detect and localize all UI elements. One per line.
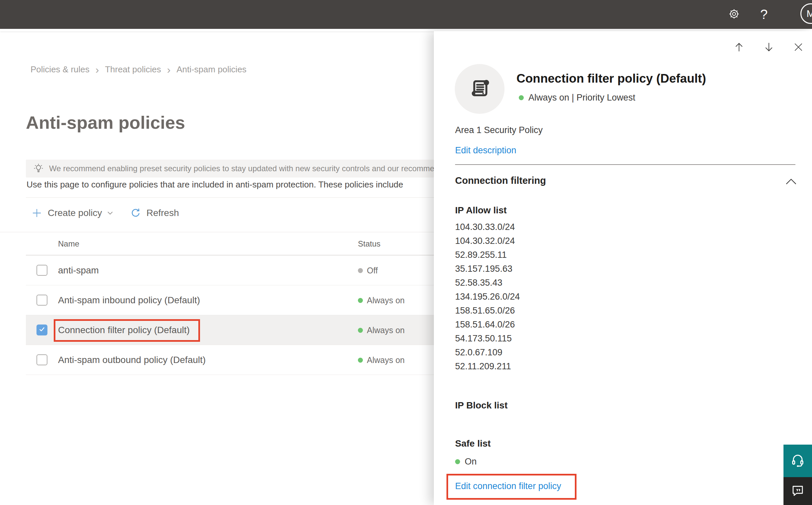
table-row[interactable]: Anti-spam inbound policy (Default) Alway… [26, 285, 434, 315]
status-label: Always on [367, 326, 405, 335]
ip-block-list-title: IP Block list [455, 400, 508, 411]
page-title: Anti-spam policies [26, 112, 185, 133]
table-row[interactable]: anti-spam Off [26, 256, 434, 285]
status-label: Always on [367, 296, 405, 305]
feedback-icon [791, 483, 805, 499]
panel-status-text: Always on | Priority Lowest [529, 93, 635, 103]
row-checkbox-checked[interactable] [36, 325, 47, 335]
section-title-connection-filtering: Connection filtering [455, 175, 546, 186]
column-header-status[interactable]: Status [358, 232, 381, 256]
status-label: Off [367, 266, 378, 276]
row-checkbox[interactable] [36, 265, 47, 276]
ip-entry: 52.11.209.211 [455, 359, 520, 373]
banner-text: We recommend enabling preset security po… [49, 164, 434, 173]
command-bar: Create policy Refresh [31, 205, 179, 221]
refresh-button[interactable]: Refresh [114, 208, 179, 218]
refresh-label: Refresh [146, 208, 179, 218]
panel-title: Connection filter policy (Default) [517, 72, 798, 86]
feedback-widget[interactable] [784, 477, 812, 505]
highlight-box-selected-policy [54, 319, 200, 342]
status-dot [358, 358, 363, 363]
ip-entry: 52.58.35.43 [455, 276, 520, 290]
ip-entry: 134.195.26.0/24 [455, 290, 520, 304]
status-label: Always on [367, 355, 405, 365]
settings-button[interactable] [719, 0, 749, 29]
help-icon: ? [760, 7, 768, 22]
close-button[interactable] [791, 40, 805, 55]
ip-allow-list: 104.30.33.0/24 104.30.32.0/24 52.89.255.… [455, 220, 520, 373]
create-policy-label: Create policy [48, 208, 102, 218]
column-header-name[interactable]: Name [58, 232, 79, 256]
table-header: Name Status [26, 232, 434, 256]
support-widget[interactable] [784, 445, 812, 477]
intro-text: Use this page to configure policies that… [26, 179, 434, 190]
policy-details-panel: Connection filter policy (Default) Alway… [434, 31, 812, 505]
checkmark-icon [38, 326, 45, 334]
status-cell: Always on [358, 285, 405, 315]
ip-entry: 35.157.195.63 [455, 262, 520, 276]
ip-entry: 52.0.67.109 [455, 345, 520, 359]
chevron-right-icon: › [95, 65, 99, 74]
ip-entry: 104.30.33.0/24 [455, 220, 520, 234]
app-root: ? M Policies & rules › Threat policies ›… [0, 0, 812, 505]
policy-table: Name Status anti-spam Off Anti-spam inbo… [26, 232, 434, 375]
close-icon [793, 41, 804, 54]
highlight-box-edit-link [446, 474, 577, 500]
chevron-right-icon: › [167, 65, 171, 74]
avatar-initial: M [807, 8, 812, 19]
status-cell: Always on [358, 315, 405, 345]
status-dot [358, 328, 363, 333]
policy-name[interactable]: Anti-spam outbound policy (Default) [58, 345, 206, 375]
policy-description: Area 1 Security Policy [455, 125, 543, 135]
status-dot [519, 95, 524, 100]
status-dot [358, 298, 363, 303]
ip-entry: 104.30.32.0/24 [455, 234, 520, 248]
refresh-icon [130, 208, 141, 218]
panel-status-line: Always on | Priority Lowest [519, 93, 635, 103]
status-cell: Off [358, 256, 378, 285]
safe-list-status: On [455, 457, 477, 467]
plus-icon [31, 207, 42, 219]
move-down-button[interactable] [762, 40, 776, 56]
gear-icon [728, 8, 740, 21]
row-checkbox[interactable] [36, 354, 47, 365]
breadcrumb: Policies & rules › Threat policies › Ant… [30, 64, 246, 75]
status-cell: Always on [358, 345, 405, 375]
policy-icon-circle [455, 64, 504, 114]
divider [455, 164, 795, 165]
chevron-up-icon[interactable] [784, 177, 798, 188]
breadcrumb-policies-rules[interactable]: Policies & rules [30, 64, 89, 75]
arrow-down-icon [763, 41, 775, 54]
panel-controls [732, 40, 805, 56]
headset-icon [790, 453, 805, 469]
row-checkbox[interactable] [36, 295, 47, 306]
divider [26, 197, 434, 198]
status-dot [358, 268, 363, 273]
policy-name[interactable]: Anti-spam inbound policy (Default) [58, 285, 200, 315]
safe-list-title: Safe list [455, 438, 490, 449]
breadcrumb-threat-policies[interactable]: Threat policies [105, 64, 161, 75]
create-policy-button[interactable]: Create policy [31, 207, 114, 219]
lightbulb-icon [33, 163, 44, 174]
safe-list-status-label: On [465, 457, 477, 467]
topbar-shadow [0, 29, 812, 31]
top-bar: ? M [0, 0, 812, 29]
ip-entry: 54.173.50.115 [455, 331, 520, 345]
chevron-down-icon [107, 209, 114, 217]
arrow-up-icon [733, 41, 745, 54]
recommendation-banner: We recommend enabling preset security po… [26, 160, 434, 177]
breadcrumb-anti-spam-policies[interactable]: Anti-spam policies [177, 64, 246, 75]
table-row[interactable]: Anti-spam outbound policy (Default) Alwa… [26, 345, 434, 375]
help-button[interactable]: ? [749, 0, 779, 29]
policy-name[interactable]: anti-spam [58, 256, 99, 285]
main-content: Policies & rules › Threat policies › Ant… [0, 31, 434, 505]
move-up-button[interactable] [732, 40, 746, 56]
scroll-icon [467, 75, 492, 103]
edit-description-link[interactable]: Edit description [455, 145, 517, 156]
ip-entry: 158.51.65.0/26 [455, 304, 520, 318]
status-dot [455, 459, 460, 464]
ip-entry: 52.89.255.11 [455, 248, 520, 262]
ip-entry: 158.51.64.0/26 [455, 318, 520, 331]
ip-allow-list-title: IP Allow list [455, 205, 507, 216]
